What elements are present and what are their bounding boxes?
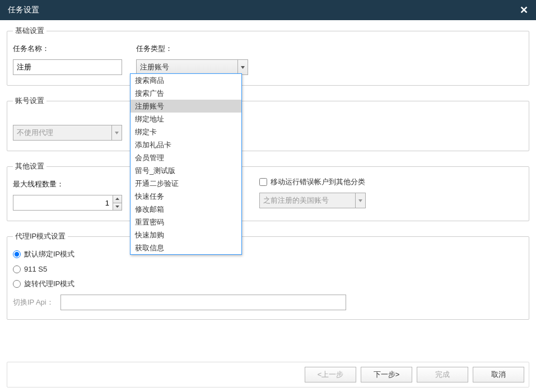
prev-button: <上一步 bbox=[305, 367, 356, 382]
dropdown-item[interactable]: 快速任务 bbox=[130, 190, 241, 203]
dropdown-item[interactable]: 开通二步验证 bbox=[130, 177, 241, 190]
task-name-input[interactable] bbox=[13, 59, 122, 75]
dropdown-item[interactable]: 搜索广告 bbox=[130, 87, 241, 100]
dropdown-item[interactable]: 留号_测试版 bbox=[130, 164, 241, 177]
finish-button: 完成 bbox=[417, 367, 468, 382]
spinner-down-button[interactable] bbox=[113, 203, 122, 211]
rotate-ip-label: 旋转代理IP模式 bbox=[24, 279, 74, 289]
911-s5-radio[interactable] bbox=[13, 265, 21, 273]
spinner-up-button[interactable] bbox=[113, 195, 122, 203]
move-error-label: 移动运行错误帐户到其他分类 bbox=[271, 177, 365, 187]
move-error-checkbox[interactable] bbox=[259, 178, 267, 186]
dropdown-button bbox=[356, 193, 366, 208]
task-name-label: 任务名称： bbox=[13, 44, 125, 54]
dropdown-item[interactable]: 会员管理 bbox=[130, 151, 241, 164]
dropdown-item[interactable]: 注册账号 bbox=[130, 100, 241, 113]
close-icon[interactable]: ✕ bbox=[520, 4, 528, 16]
dropdown-item[interactable]: 添加礼品卡 bbox=[130, 138, 241, 151]
max-threads-spinner[interactable] bbox=[13, 195, 122, 211]
next-button[interactable]: 下一步> bbox=[361, 367, 412, 382]
proxy-display: 不使用代理 bbox=[13, 125, 112, 141]
default-ip-label: 默认绑定IP模式 bbox=[24, 249, 74, 259]
wizard-footer: <上一步 下一步> 完成 取消 bbox=[7, 362, 529, 388]
dialog-title: 任务设置 bbox=[8, 5, 39, 15]
ip-api-input bbox=[60, 295, 346, 310]
dropdown-item[interactable]: 绑定地址 bbox=[130, 113, 241, 125]
proxy-ip-settings-group: 代理IP模式设置 默认绑定IP模式 911 S5 旋转代理IP模式 切换IP A… bbox=[7, 231, 529, 320]
911-s5-label: 911 S5 bbox=[24, 265, 47, 273]
register-display: 之前注册的美国账号 bbox=[259, 193, 356, 208]
chevron-down-icon bbox=[241, 66, 245, 69]
ip-api-label: 切换IP Api： bbox=[13, 297, 54, 307]
dropdown-item[interactable]: 快速加购 bbox=[130, 228, 241, 241]
proxy-ip-settings-legend: 代理IP模式设置 bbox=[13, 231, 68, 241]
max-threads-input[interactable] bbox=[13, 195, 113, 211]
proxy-combobox: 不使用代理 bbox=[13, 125, 122, 141]
dropdown-item[interactable]: 绑定卡 bbox=[130, 125, 241, 138]
chevron-down-icon bbox=[358, 199, 362, 202]
other-settings-legend: 其他设置 bbox=[13, 161, 46, 171]
dropdown-item[interactable]: 搜索商品 bbox=[130, 74, 241, 87]
account-settings-legend: 账号设置 bbox=[13, 96, 46, 106]
dropdown-item[interactable]: 修改邮箱 bbox=[130, 203, 241, 216]
dropdown-button[interactable] bbox=[238, 59, 248, 75]
rotate-ip-radio[interactable] bbox=[13, 280, 21, 288]
chevron-down-icon bbox=[115, 206, 119, 208]
cancel-button[interactable]: 取消 bbox=[473, 367, 524, 382]
dropdown-item[interactable]: 获取信息 bbox=[130, 241, 241, 254]
other-settings-group: 其他设置 最大线程数量： 移动运行错误帐户到其他分类 之前注册 bbox=[7, 161, 529, 221]
dropdown-item[interactable]: 重置密码 bbox=[130, 216, 241, 228]
chevron-down-icon bbox=[115, 132, 119, 134]
chevron-up-icon bbox=[115, 198, 119, 200]
task-type-display: 注册账号 bbox=[136, 59, 238, 75]
dropdown-button bbox=[112, 125, 122, 141]
account-settings-group: 账号设置 不使用代理 bbox=[7, 96, 529, 151]
task-type-dropdown-list[interactable]: 搜索商品搜索广告注册账号绑定地址绑定卡添加礼品卡会员管理留号_测试版开通二步验证… bbox=[130, 73, 242, 255]
register-combobox: 之前注册的美国账号 bbox=[259, 193, 366, 208]
basic-settings-group: 基础设置 任务名称： 任务类型： 注册账号 bbox=[7, 26, 529, 86]
task-type-combobox[interactable]: 注册账号 bbox=[136, 59, 248, 75]
task-type-label: 任务类型： bbox=[136, 44, 254, 54]
dialog-titlebar: 任务设置 ✕ bbox=[0, 0, 536, 20]
basic-settings-legend: 基础设置 bbox=[13, 26, 46, 36]
default-ip-radio[interactable] bbox=[13, 250, 21, 258]
